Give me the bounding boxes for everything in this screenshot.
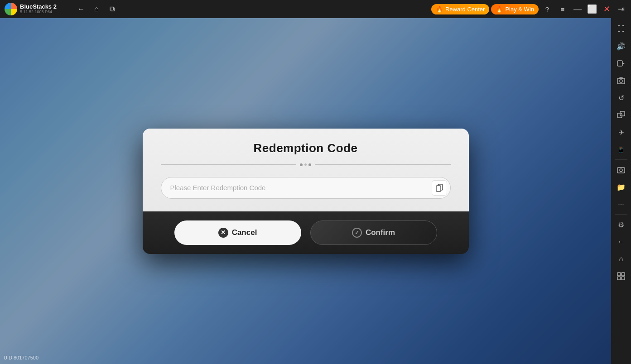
svg-rect-12 [621,277,625,280]
dialog-title: Redemption Code [161,141,451,155]
input-wrapper [161,177,451,199]
app-name: BlueStacks 2 [20,4,57,10]
reward-center-label: Reward Center [445,6,485,13]
sidebar-settings-button[interactable]: ⚙ [613,216,629,233]
sidebar-record-button[interactable] [613,55,629,72]
close-button[interactable]: ✕ [600,3,613,15]
back-button[interactable]: ← [74,2,88,16]
topbar: BlueStacks 2 5.11.52.1003 P64 ← ⌂ ⧉ 🔥 Re… [0,0,631,18]
svg-rect-14 [436,186,441,192]
divider-dot-2 [304,163,307,166]
sidebar-sync-button[interactable]: ↺ [613,90,629,106]
svg-rect-7 [617,168,625,173]
cancel-x-icon: ✕ [218,228,228,238]
sidebar-folder-button[interactable]: 📁 [613,179,629,195]
sidebar-home-button[interactable]: ⌂ [613,251,629,267]
sidebar-instance-button[interactable] [613,107,629,123]
sidebar-divider-1 [615,159,627,160]
flame-icon: 🔥 [496,6,503,13]
sidebar-device-button[interactable]: 📱 [613,141,629,158]
minimize-button[interactable]: — [571,3,584,15]
sidebar-apps-button[interactable] [613,268,629,284]
logo-text: BlueStacks 2 5.11.52.1003 P64 [20,4,57,14]
svg-rect-11 [617,277,621,280]
play-win-button[interactable]: 🔥 Play & Win [491,4,539,14]
svg-marker-1 [622,62,625,64]
modal-bottom: ✕ Cancel ✓ Confirm [143,211,469,254]
reward-center-button[interactable]: 🔥 Reward Center [431,4,489,14]
divider-center [300,163,311,166]
svg-rect-0 [617,61,622,66]
svg-rect-10 [621,273,625,276]
divider-line-left [161,164,297,165]
cancel-label: Cancel [232,228,257,237]
app-version: 5.11.52.1003 P64 [20,10,57,14]
sidebar-screenshot-button[interactable] [613,72,629,89]
sidebar-divider-2 [615,214,627,215]
sidebar-fullscreen-button[interactable]: ⛶ [613,21,629,37]
confirm-button[interactable]: ✓ Confirm [310,220,437,245]
help-button[interactable]: ? [540,2,554,16]
play-win-label: Play & Win [505,6,534,13]
svg-rect-9 [617,273,621,276]
logo-icon [5,3,17,15]
clipboard-button[interactable] [432,180,447,196]
sidebar-volume-button[interactable]: 🔊 [613,38,629,54]
redemption-code-input[interactable] [161,177,451,199]
svg-point-8 [620,169,622,172]
svg-rect-5 [617,113,622,118]
redemption-dialog: Redemption Code [143,129,469,254]
sidebar-toggle-button[interactable]: ⇥ [615,3,627,15]
sidebar-camera-button[interactable] [613,162,629,178]
cancel-button[interactable]: ✕ Cancel [174,220,301,245]
fire-icon: 🔥 [436,6,443,13]
sidebar-airplane-button[interactable]: ✈ [613,124,629,140]
modal-top: Redemption Code [143,129,469,211]
home-button[interactable]: ⌂ [90,2,103,16]
confirm-label: Confirm [366,228,395,237]
sidebar-more-button[interactable]: ··· [613,196,629,212]
sidebar-back-button[interactable]: ← [613,234,629,250]
right-sidebar: ⛶ 🔊 ↺ ✈ 📱 📁 ··· ⚙ ← ⌂ [611,18,631,364]
menu-button[interactable]: ≡ [556,2,569,16]
divider-dot-3 [308,163,311,166]
app-logo: BlueStacks 2 5.11.52.1003 P64 [0,3,72,15]
svg-rect-6 [620,111,625,116]
svg-point-3 [620,80,622,82]
restore-button[interactable]: ⬜ [586,3,598,15]
confirm-check-icon: ✓ [352,228,362,238]
topbar-right: 🔥 Reward Center 🔥 Play & Win ? ≡ — ⬜ ✕ ⇥ [428,2,631,16]
divider-line-right [315,164,451,165]
modal-divider [161,163,451,166]
multi-button[interactable]: ⧉ [105,2,119,16]
nav-buttons: ← ⌂ ⧉ [72,2,120,16]
divider-dot-1 [300,163,303,166]
modal-overlay: Redemption Code [0,18,611,364]
svg-rect-2 [617,78,625,84]
